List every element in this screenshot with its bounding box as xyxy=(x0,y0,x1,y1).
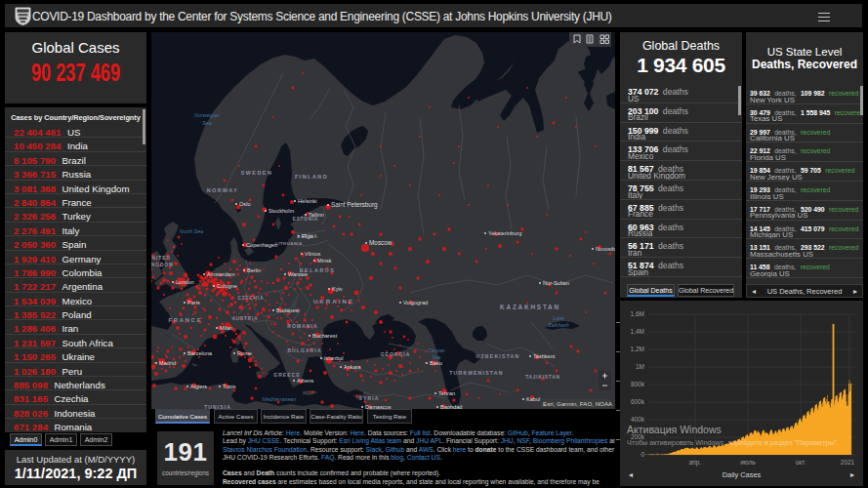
svg-text:1,2M: 1,2M xyxy=(631,346,644,352)
svg-text:AUSTRIA: AUSTRIA xyxy=(232,316,259,321)
svg-text:Moscow: Moscow xyxy=(369,239,393,246)
svg-text:Istanbul: Istanbul xyxy=(324,355,344,361)
svg-text:SYRIA: SYRIA xyxy=(359,395,380,401)
svg-text:SWEDEN: SWEDEN xyxy=(241,170,273,176)
svg-text:600k: 600k xyxy=(631,398,645,405)
svg-text:GEORGIA: GEORGIA xyxy=(381,351,411,357)
svg-text:UNITED: UNITED xyxy=(151,256,171,261)
svg-text:KINGDOM: KINGDOM xyxy=(151,263,174,267)
svg-text:Copenhagen: Copenhagen xyxy=(246,242,277,248)
svg-text:июль: июль xyxy=(740,459,756,466)
svg-text:Lake: Lake xyxy=(553,315,563,321)
svg-text:1M: 1M xyxy=(636,363,644,370)
svg-text:1,4M: 1,4M xyxy=(631,328,644,335)
svg-text:Milan: Milan xyxy=(220,325,232,331)
svg-text:Kyiv: Kyiv xyxy=(332,286,343,292)
svg-text:Balkhash: Balkhash xyxy=(548,322,568,328)
svg-text:Minsk: Minsk xyxy=(317,258,332,264)
svg-text:Baghdad: Baghdad xyxy=(440,404,462,409)
svg-text:1,6M: 1,6M xyxy=(631,310,644,317)
svg-text:Caspian: Caspian xyxy=(428,348,445,353)
svg-text:Tallinn: Tallinn xyxy=(309,212,324,218)
svg-text:TURKMENISTAN: TURKMENISTAN xyxy=(449,370,504,376)
svg-text:LITHUANIA: LITHUANIA xyxy=(275,241,303,246)
svg-text:Volgograd: Volgograd xyxy=(403,300,428,305)
svg-text:Vilnius: Vilnius xyxy=(305,251,321,257)
svg-text:TAJIKISTAN: TAJIKISTAN xyxy=(525,375,560,380)
svg-text:Warsaw: Warsaw xyxy=(288,271,309,277)
svg-text:Esri, Garmin, FAO, NOAA: Esri, Garmin, FAO, NOAA xyxy=(543,400,613,407)
svg-text:0: 0 xyxy=(641,451,644,458)
svg-text:Berlin: Berlin xyxy=(247,267,261,273)
svg-text:Tunis: Tunis xyxy=(223,384,236,389)
svg-text:Norwegian: Norwegian xyxy=(194,112,220,118)
svg-text:ROMANIA: ROMANIA xyxy=(287,323,318,329)
svg-text:Amsterdam: Amsterdam xyxy=(207,271,235,277)
svg-text:апр.: апр. xyxy=(689,459,702,467)
svg-text:2021: 2021 xyxy=(841,459,855,466)
svg-text:Cologne: Cologne xyxy=(217,283,237,289)
svg-text:UZBEKISTAN: UZBEKISTAN xyxy=(475,353,519,359)
svg-text:Bucharest: Bucharest xyxy=(312,333,338,339)
svg-text:Novosibirsk: Novosibirsk xyxy=(596,246,615,252)
svg-text:FRANCE: FRANCE xyxy=(169,317,203,323)
svg-text:Paris: Paris xyxy=(187,300,200,305)
svg-text:Madrid: Madrid xyxy=(159,360,176,366)
svg-text:Sea: Sea xyxy=(202,120,212,126)
svg-text:Helsinki: Helsinki xyxy=(298,198,317,204)
svg-text:Stockholm: Stockholm xyxy=(269,208,294,214)
svg-text:800k: 800k xyxy=(631,381,645,387)
svg-text:Mediterranean: Mediterranean xyxy=(263,396,297,402)
svg-text:Riga: Riga xyxy=(302,233,313,239)
svg-text:Yekaterinburg: Yekaterinburg xyxy=(488,230,521,236)
svg-text:Oslo: Oslo xyxy=(239,201,251,207)
svg-text:CZECHIA: CZECHIA xyxy=(238,296,265,301)
svg-text:UKRAINE: UKRAINE xyxy=(313,298,354,305)
svg-text:Baku: Baku xyxy=(430,360,442,366)
svg-text:NORWAY: NORWAY xyxy=(207,187,239,193)
svg-text:Athens: Athens xyxy=(297,378,314,384)
svg-text:FINLAND: FINLAND xyxy=(295,174,328,180)
svg-text:Tehran: Tehran xyxy=(438,390,455,396)
svg-text:BULGARIA: BULGARIA xyxy=(287,347,321,353)
svg-text:Rome: Rome xyxy=(237,350,252,356)
svg-text:Tashkent: Tashkent xyxy=(533,353,556,359)
svg-text:окт.: окт. xyxy=(796,459,806,466)
svg-text:London: London xyxy=(176,279,194,285)
svg-text:North Sea: North Sea xyxy=(180,228,203,234)
svg-text:400k: 400k xyxy=(631,416,645,423)
svg-text:Algiers: Algiers xyxy=(190,384,207,389)
svg-text:Budapest: Budapest xyxy=(276,307,300,313)
svg-text:Saint Petersburg: Saint Petersburg xyxy=(331,201,378,209)
svg-text:Ankara: Ankara xyxy=(344,364,362,370)
svg-text:Nur-Sultan: Nur-Sultan xyxy=(543,280,569,286)
svg-text:Kabul: Kabul xyxy=(526,396,540,402)
svg-text:KAZAKHSTAN: KAZAKHSTAN xyxy=(500,304,560,310)
svg-text:Barcelona: Barcelona xyxy=(187,350,213,356)
